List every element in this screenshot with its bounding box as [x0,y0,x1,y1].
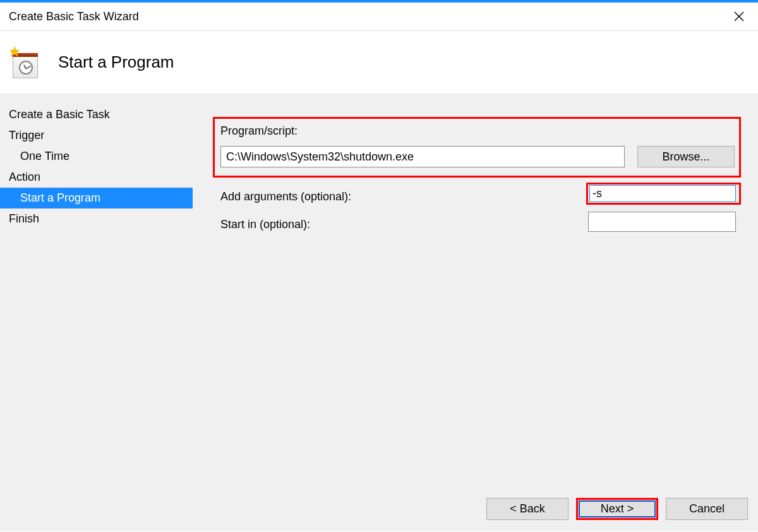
title-bar: Create Basic Task Wizard [0,3,758,31]
wizard-header: Start a Program [0,31,758,94]
page-title: Start a Program [58,52,174,72]
program-script-label: Program/script: [220,124,298,138]
task-scheduler-icon [9,47,40,78]
wizard-steps-sidebar: Create a Basic Task Trigger One Time Act… [0,94,193,486]
program-script-input[interactable] [220,146,625,167]
start-in-label: Start in (optional): [220,218,310,231]
arguments-input[interactable] [589,185,736,202]
sidebar-item-one-time[interactable]: One Time [0,146,193,167]
sidebar-item-action[interactable]: Action [0,167,193,188]
wizard-button-bar: < Back Next > Cancel [0,486,758,531]
sidebar-item-create-basic-task[interactable]: Create a Basic Task [0,104,193,125]
arguments-label: Add arguments (optional): [220,190,351,203]
close-icon [734,11,744,21]
svg-marker-2 [10,46,20,56]
sidebar-item-trigger[interactable]: Trigger [0,125,193,146]
form-panel: Program/script: Browse... Add arguments … [193,94,758,486]
window-title: Create Basic Task Wizard [9,10,139,23]
start-in-input[interactable] [588,212,736,232]
browse-button[interactable]: Browse... [637,146,735,167]
back-button[interactable]: < Back [486,498,568,520]
sidebar-item-finish[interactable]: Finish [0,209,193,229]
content-area: Create a Basic Task Trigger One Time Act… [0,94,758,486]
cancel-button[interactable]: Cancel [666,498,748,520]
next-button[interactable]: Next > [576,498,658,520]
sidebar-item-start-program[interactable]: Start a Program [0,188,193,209]
close-button[interactable] [731,9,747,24]
